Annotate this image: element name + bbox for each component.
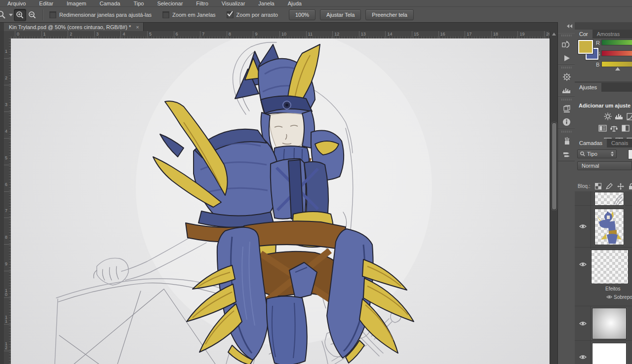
eye-icon[interactable] [579, 321, 587, 326]
blue-slider-handle[interactable] [615, 67, 620, 71]
vertical-ruler[interactable]: 123456789101112 [4, 38, 11, 364]
option-checkbox[interactable]: Redimensionar janelas para ajustá-las [49, 11, 152, 18]
tool-preset-caret-icon[interactable] [9, 14, 13, 16]
horizontal-ruler[interactable]: 01234567891011121314151617181920 [11, 31, 550, 39]
layer-thumbnail-white[interactable] [592, 343, 627, 364]
eye-icon[interactable] [579, 262, 587, 267]
options-button-ajustar-tela[interactable]: Ajustar Tela [320, 9, 361, 20]
layers-list: Efeitos Sobrepo [575, 191, 632, 364]
exposure-adjustment-icon[interactable] [598, 124, 607, 132]
ruler-v-number: 4 [5, 129, 8, 133]
visibility-cell[interactable] [575, 206, 591, 247]
tab-camadas[interactable]: Camadas [575, 139, 607, 147]
tab-ajustes[interactable]: Ajustes [575, 83, 601, 92]
layer-thumbnail-sketch[interactable] [594, 192, 624, 206]
histogram-panel-icon[interactable] [558, 83, 575, 97]
ruler-h-number: 9 [255, 32, 257, 36]
checkbox-icon[interactable] [162, 11, 169, 18]
red-channel-slider[interactable] [601, 39, 632, 45]
menu-item-editar[interactable]: Editar [39, 0, 53, 6]
lock-transparency-icon[interactable] [595, 183, 601, 189]
layer-row-background[interactable] [575, 341, 632, 364]
checkbox-icon[interactable] [49, 11, 56, 18]
menu-item-selecionar[interactable]: Selecionar [157, 0, 183, 6]
brush-presets-panel-icon[interactable] [558, 134, 575, 147]
tool-presets-panel-icon[interactable] [558, 147, 575, 161]
navigator-panel-icon[interactable] [558, 70, 575, 83]
menu-item-arquivo[interactable]: Arquivo [7, 0, 26, 6]
curves-adjustment-icon[interactable] [626, 112, 632, 120]
tab-amostras[interactable]: Amostras [592, 30, 624, 38]
collapse-dock-icon[interactable] [567, 24, 573, 28]
canvas-vertical-scrollbar[interactable] [550, 31, 558, 364]
layer-thumbnail-gradient[interactable] [592, 308, 627, 339]
zoom-in-icon [16, 11, 24, 19]
current-tool-zoom[interactable] [0, 10, 14, 20]
tab-canais[interactable]: Canais [607, 139, 632, 147]
menu-bar: ArquivoEditarImagemCamadaTipoSelecionarF… [0, 0, 632, 7]
materials-3d-panel-icon[interactable] [558, 102, 575, 115]
visibility-cell[interactable] [575, 306, 591, 340]
layer-filter-dropdown[interactable]: Tipo [577, 149, 617, 158]
levels-adjustment-icon[interactable] [615, 112, 623, 120]
blue-channel-slider[interactable] [601, 61, 632, 67]
layer-row-gradient[interactable] [575, 306, 632, 341]
layer-filter-toggle[interactable] [628, 149, 632, 159]
menu-item-visualizar[interactable]: Visualizar [222, 0, 245, 6]
ruler-h-number: 1 [43, 32, 46, 36]
document-tab[interactable]: Kin Tryland.psd @ 50% (cores cinturao, R… [4, 23, 144, 31]
ruler-h-number: 20 [546, 32, 550, 36]
blend-mode-dropdown[interactable]: Normal [577, 161, 632, 170]
visibility-cell[interactable] [575, 248, 591, 281]
info-panel-icon[interactable] [558, 115, 575, 129]
actions-panel-icon[interactable] [558, 51, 575, 65]
effect-item-label[interactable]: Sobrepo [614, 294, 632, 300]
ruler-v-number: 6 [5, 182, 8, 186]
visibility-cell[interactable] [575, 341, 591, 364]
blend-mode-value: Normal [582, 163, 599, 169]
ruler-h-number: 7 [202, 32, 204, 36]
layer-thumbnail-empty[interactable] [591, 250, 629, 284]
zoom-out-button[interactable] [27, 9, 38, 21]
menu-item-janela[interactable]: Janela [258, 0, 274, 6]
close-tab-icon[interactable]: × [136, 24, 139, 30]
history-panel-icon[interactable] [558, 38, 575, 51]
zoom-out-icon [28, 11, 37, 19]
options-button-preencher-tela[interactable]: Preencher tela [365, 9, 414, 20]
channel-r-label: R [596, 40, 600, 46]
effects-label: Efeitos [605, 286, 621, 291]
color-balance-adjustment-icon[interactable] [610, 124, 618, 132]
ruler-h-number: 4 [122, 32, 125, 36]
green-channel-slider[interactable] [601, 50, 632, 56]
brightness-adjustment-icon[interactable] [603, 112, 612, 120]
menu-item-imagem[interactable]: Imagem [67, 0, 86, 6]
visibility-cell[interactable] [575, 191, 591, 205]
lock-all-icon[interactable] [629, 183, 632, 190]
menu-item-ajuda[interactable]: Ajuda [288, 0, 302, 6]
foreground-color-swatch[interactable] [578, 40, 593, 54]
scrollbar-thumb[interactable] [552, 122, 557, 210]
option-checkbox[interactable]: Zoom em Janelas [162, 11, 215, 18]
effect-eye-icon[interactable] [606, 295, 612, 299]
ruler-origin-corner[interactable] [4, 31, 11, 39]
menu-item-filtro[interactable]: Filtro [196, 0, 208, 6]
black-white-adjustment-icon[interactable] [621, 124, 630, 132]
option-checkbox[interactable]: Zoom por arrasto [227, 11, 278, 18]
layer-row-effects[interactable]: Efeitos Sobrepo [575, 248, 632, 306]
layer-row-colors[interactable] [575, 206, 632, 248]
document-canvas[interactable] [11, 38, 550, 364]
options-button-100-[interactable]: 100% [289, 9, 316, 20]
tab-cor[interactable]: Cor [575, 30, 592, 38]
menu-item-camada[interactable]: Camada [100, 0, 120, 6]
layer-row-sketch[interactable] [575, 191, 632, 206]
eye-icon[interactable] [579, 355, 587, 360]
ruler-h-number: 3 [96, 32, 99, 36]
eye-icon[interactable] [579, 224, 587, 229]
menu-item-tipo[interactable]: Tipo [133, 0, 144, 6]
scroll-up-icon[interactable] [552, 33, 556, 36]
checkbox-checked-icon[interactable] [227, 11, 234, 18]
zoom-in-button[interactable] [14, 9, 26, 21]
lock-position-icon[interactable] [617, 183, 624, 190]
layer-thumbnail-artwork[interactable] [594, 209, 624, 245]
lock-pixels-icon[interactable] [606, 183, 613, 189]
